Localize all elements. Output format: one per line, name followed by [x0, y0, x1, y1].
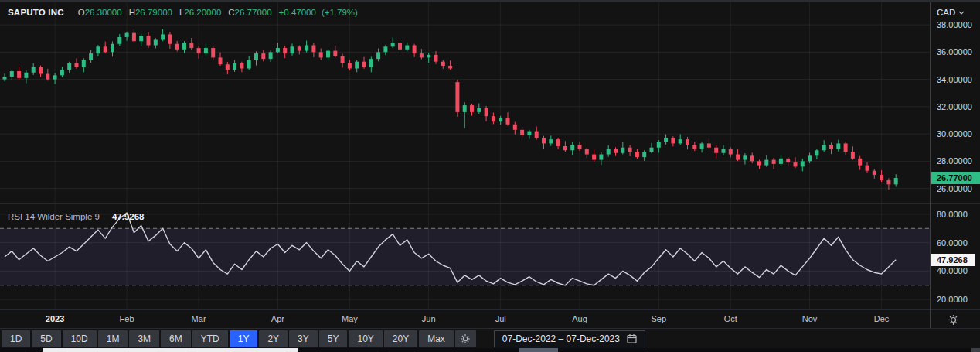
time-axis-label: Mar	[192, 314, 206, 323]
range-button-1m[interactable]: 1M	[98, 330, 128, 347]
range-toolbar: 1D5D10D1M3M6MYTD1Y2Y3Y5Y10Y20YMax 07-Dec…	[0, 329, 980, 348]
price-change-percent: (+1.79%)	[322, 8, 358, 17]
ohlc-values: O26.30000H26.79000L26.20000C26.77000	[78, 8, 279, 17]
ohlc-field: H26.79000	[129, 8, 172, 17]
range-button-1d[interactable]: 1D	[2, 330, 30, 347]
ohlc-field: C26.77000	[228, 8, 271, 17]
range-button-10d[interactable]: 10D	[63, 330, 97, 347]
price-tick: 30.00000	[937, 129, 972, 138]
rsi-tick: 20.0000	[937, 295, 968, 304]
price-axis[interactable]: CAD 38.0000036.0000034.0000032.0000030.0…	[930, 2, 980, 328]
rsi-value-badge: 47.9268	[931, 254, 975, 266]
time-axis-label: Dec	[874, 314, 890, 323]
instrument-header: SAPUTO INC O26.30000H26.79000L26.20000C2…	[8, 8, 363, 17]
time-axis-label: 2023	[46, 314, 64, 323]
range-button-5d[interactable]: 5D	[32, 330, 60, 347]
toolbar-settings-button[interactable]	[455, 330, 476, 347]
range-button-1y[interactable]: 1Y	[230, 330, 258, 347]
date-range-picker[interactable]: 07-Dec-2022 – 07-Dec-2023	[494, 330, 645, 347]
rsi-indicator-value: 47.9268	[112, 212, 145, 221]
time-axis-label: Aug	[572, 314, 587, 323]
time-axis[interactable]: 2023FebMarAprMayJunJulAugSepOctNovDec	[0, 310, 930, 328]
price-tick: 32.00000	[937, 102, 972, 111]
range-button-6m[interactable]: 6M	[161, 330, 191, 347]
rsi-tick: 80.0000	[937, 210, 968, 219]
price-chart-surface[interactable]	[0, 2, 930, 203]
time-axis-label: Nov	[802, 314, 818, 323]
scrollbar-corner-nub	[971, 348, 980, 352]
range-button-3y[interactable]: 3Y	[289, 330, 318, 347]
rsi-tick: 40.0000	[937, 266, 968, 275]
price-change: +0.47000	[279, 8, 316, 17]
rsi-indicator-label: RSI 14 Wilder Simple 9	[8, 212, 100, 221]
pane-divider[interactable]	[0, 203, 980, 204]
currency-label: CAD	[937, 8, 955, 17]
range-button-3m[interactable]: 3M	[129, 330, 159, 347]
range-button-10y[interactable]: 10Y	[349, 330, 382, 347]
time-axis-label: Jul	[495, 314, 506, 323]
horizontal-scrollbar-track[interactable]	[0, 348, 980, 352]
range-button-5y[interactable]: 5Y	[319, 330, 348, 347]
ohlc-field: O26.30000	[78, 8, 122, 17]
gear-icon	[948, 314, 959, 326]
time-axis-label: Oct	[724, 314, 737, 323]
range-button-20y[interactable]: 20Y	[384, 330, 417, 347]
time-axis-label: Feb	[120, 314, 134, 323]
time-axis-label: May	[342, 314, 358, 323]
price-tick: 36.00000	[937, 47, 972, 56]
gear-icon	[460, 333, 471, 344]
range-button-ytd[interactable]: YTD	[192, 330, 228, 347]
price-tick: 34.00000	[937, 75, 972, 84]
range-button-max[interactable]: Max	[419, 330, 454, 347]
price-tick: 38.00000	[937, 20, 972, 29]
scrollbar-secondary-piece[interactable]	[519, 348, 558, 352]
symbol-name: SAPUTO INC	[8, 8, 64, 17]
ohlc-field: L26.20000	[179, 8, 221, 17]
time-axis-label: Apr	[271, 314, 284, 323]
trading-chart-app: SAPUTO INC O26.30000H26.79000L26.20000C2…	[0, 0, 980, 352]
calendar-icon	[627, 333, 637, 343]
chevron-down-icon	[958, 11, 965, 15]
range-button-2y[interactable]: 2Y	[259, 330, 288, 347]
time-axis-label: Jun	[422, 314, 436, 323]
horizontal-scrollbar-thumb[interactable]	[43, 348, 298, 352]
rsi-indicator-header: RSI 14 Wilder Simple 9 47.9268	[8, 212, 144, 221]
time-axis-label: Sep	[652, 314, 667, 323]
currency-selector[interactable]: CAD	[937, 8, 965, 17]
price-tick: 28.00000	[937, 156, 972, 166]
date-range-text: 07-Dec-2022 – 07-Dec-2023	[502, 333, 620, 344]
price-tick: 26.00000	[937, 184, 972, 193]
axis-settings-button[interactable]	[946, 313, 960, 326]
range-buttons: 1D5D10D1M3M6MYTD1Y2Y3Y5Y10Y20YMax	[2, 330, 454, 347]
last-price-badge: 26.77000	[931, 172, 980, 184]
rsi-tick: 60.0000	[937, 238, 968, 248]
